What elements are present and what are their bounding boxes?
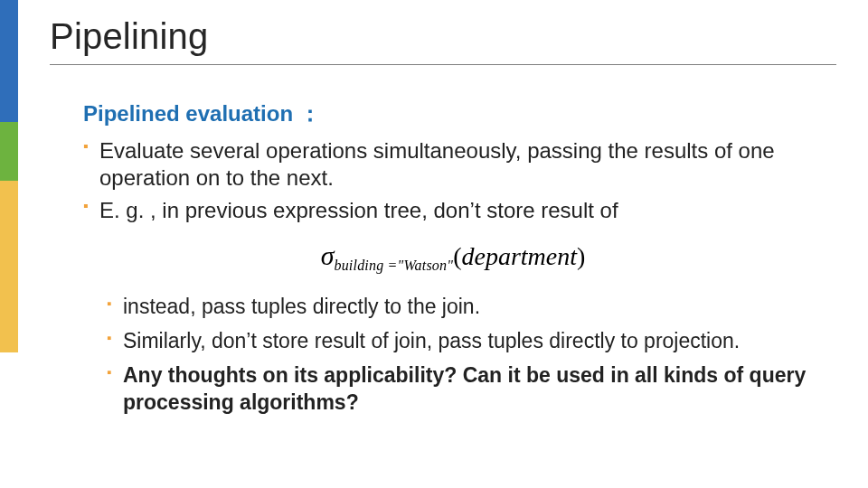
accent-blue xyxy=(0,0,18,122)
accent-white xyxy=(0,352,18,488)
bullet-item: Similarly, don’t store result of join, p… xyxy=(107,328,823,355)
sigma-symbol: σ xyxy=(321,240,335,270)
bullet-item: E. g. , in previous expression tree, don… xyxy=(83,197,823,224)
accent-green xyxy=(0,122,18,181)
paren-close: ) xyxy=(577,242,585,270)
formula-arg: department xyxy=(461,242,577,270)
bullet-item: instead, pass tuples directly to the joi… xyxy=(107,294,823,321)
bullet-list-level1: Evaluate several operations simultaneous… xyxy=(83,137,823,224)
formula: σbuilding ="Watson"(department) xyxy=(83,240,823,274)
subheading: Pipelined evaluation ： xyxy=(83,99,823,128)
slide-content: Pipelined evaluation ： Evaluate several … xyxy=(83,99,823,424)
slide: Pipelining Pipelined evaluation ： Evalua… xyxy=(0,0,868,488)
accent-yellow xyxy=(0,181,18,352)
bullet-item-bold: Any thoughts on its applicability? Can i… xyxy=(107,362,823,417)
formula-subscript: building ="Watson" xyxy=(334,258,453,273)
left-accent-bar xyxy=(0,0,18,488)
bullet-item: Evaluate several operations simultaneous… xyxy=(83,137,823,192)
slide-title: Pipelining xyxy=(50,16,841,57)
title-area: Pipelining xyxy=(50,16,841,65)
title-rule xyxy=(50,64,836,65)
bullet-list-level2: instead, pass tuples directly to the joi… xyxy=(107,294,823,417)
sub-bullets-wrap: instead, pass tuples directly to the joi… xyxy=(107,294,823,417)
